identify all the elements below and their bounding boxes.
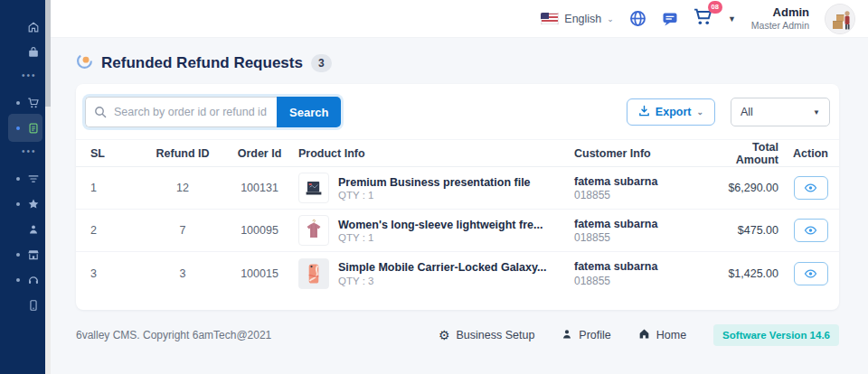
- export-button[interactable]: Export ⌄: [627, 98, 715, 126]
- refund-title-icon: [76, 52, 93, 73]
- product-qty: QTY : 1: [338, 232, 542, 243]
- cell-sl: 3: [76, 267, 145, 280]
- sidebar-item-pos[interactable]: [0, 40, 45, 65]
- sidebar-nav: ••• •••: [0, 0, 45, 318]
- footer-links: ⚙ Business Setup Profile Home Software V…: [439, 324, 839, 346]
- product-thumbnail: [298, 215, 329, 246]
- view-details-button[interactable]: [794, 176, 828, 200]
- product-qty: QTY : 1: [338, 190, 531, 201]
- product-thumbnail: [298, 173, 329, 203]
- footer-link-business-setup[interactable]: ⚙ Business Setup: [439, 329, 534, 341]
- bullet-dot: [16, 126, 20, 130]
- cell-refund-id: 12: [145, 182, 221, 194]
- product-name: Women's long-sleeve lightweight fre...: [338, 218, 542, 232]
- search-group: Search: [85, 97, 341, 127]
- customer-name: fatema subarna: [574, 174, 710, 190]
- globe-icon[interactable]: [629, 10, 646, 27]
- cell-customer-info: fatema subarna 018855: [574, 259, 710, 287]
- customer-phone: 018855: [574, 231, 710, 244]
- cell-order-id: 100095: [221, 224, 298, 237]
- cart-count-badge: 08: [708, 1, 722, 14]
- toolbar-right: Export ⌄ All ▼: [627, 98, 830, 126]
- customers-icon: [27, 223, 40, 239]
- column-header-refund-id: Refund ID: [145, 147, 221, 160]
- refund-requests-card: Search Export ⌄ All ▼ SL Refund ID: [76, 84, 839, 310]
- language-selector[interactable]: English ⌄: [541, 13, 614, 25]
- sidebar-scrollbar[interactable]: [45, 0, 51, 374]
- sidebar-item-dashboard[interactable]: [0, 14, 45, 40]
- refund-table: SL Refund ID Order Id Product Info Custo…: [76, 139, 839, 295]
- briefcase-icon: [27, 46, 40, 62]
- card-toolbar: Search Export ⌄ All ▼: [76, 97, 839, 127]
- page-footer: 6valley CMS. Copyright 6amTech@2021 ⚙ Bu…: [76, 324, 839, 346]
- footer-link-label: Profile: [579, 329, 610, 341]
- sidebar-item-device[interactable]: [0, 293, 45, 318]
- eye-icon: [804, 182, 817, 193]
- view-details-button[interactable]: [794, 219, 828, 242]
- scrollbar-thumb[interactable]: [45, 0, 51, 107]
- sidebar-item-orders[interactable]: [0, 90, 45, 116]
- sidebar-item-product-attributes[interactable]: [0, 166, 45, 192]
- admin-avatar[interactable]: [825, 4, 855, 34]
- column-header-sl: SL: [76, 147, 145, 160]
- sidebar-item-refund-requests[interactable]: [0, 116, 45, 141]
- software-version-badge: Software Version 14.6: [713, 324, 839, 346]
- download-icon: [638, 105, 650, 119]
- column-header-product-info: Product Info: [298, 147, 574, 160]
- cell-action: [782, 176, 839, 200]
- customer-name: fatema subarna: [574, 259, 710, 275]
- filter-icon: [27, 173, 40, 189]
- cell-product-info: Premium Business presentation file QTY :…: [298, 173, 574, 203]
- product-qty: QTY : 3: [338, 276, 546, 286]
- cell-sl: 1: [76, 182, 145, 194]
- cell-refund-id: 7: [145, 224, 221, 237]
- sidebar-separator: •••: [0, 141, 45, 166]
- cart-icon: [27, 97, 40, 113]
- footer-link-home[interactable]: Home: [638, 328, 686, 342]
- gear-icon: ⚙: [439, 329, 450, 341]
- export-label: Export: [656, 106, 692, 118]
- sidebar-item-reviews[interactable]: [0, 192, 45, 217]
- customer-name: fatema subarna: [574, 217, 710, 232]
- column-header-customer-info: Customer Info: [574, 147, 710, 160]
- cell-order-id: 100131: [221, 182, 298, 194]
- sidebar-item-customers[interactable]: [0, 217, 45, 242]
- cell-action: [782, 262, 839, 285]
- cell-action: [782, 219, 839, 242]
- view-details-button[interactable]: [794, 262, 828, 285]
- admin-menu[interactable]: Admin Master Admin: [751, 5, 809, 32]
- messages-icon[interactable]: [662, 11, 678, 27]
- sidebar-separator: •••: [0, 65, 45, 90]
- bullet-dot: [16, 177, 20, 181]
- filter-selected-value: All: [741, 106, 753, 118]
- admin-name: Admin: [751, 5, 809, 20]
- bullet-dot: [16, 202, 20, 206]
- footer-link-label: Business Setup: [456, 329, 534, 341]
- cell-product-info: Women's long-sleeve lightweight fre... Q…: [298, 215, 574, 246]
- status-filter-select[interactable]: All ▼: [731, 98, 830, 126]
- cell-total-amount: $1,425.00: [710, 267, 782, 280]
- search-input[interactable]: [85, 97, 277, 127]
- language-label: English: [564, 13, 601, 25]
- cell-product-info: Simple Mobile Carrier-Locked Galaxy... Q…: [298, 258, 574, 289]
- cart-button[interactable]: 08: [693, 8, 712, 29]
- table-row: 2 7 100095 Women's long-sleeve lightweig…: [76, 210, 839, 252]
- footer-link-profile[interactable]: Profile: [561, 329, 610, 342]
- home-icon: [27, 21, 40, 37]
- copyright-text: 6valley CMS. Copyright 6amTech@2021: [76, 329, 271, 341]
- product-name: Premium Business presentation file: [338, 175, 531, 190]
- dropdown-caret-icon[interactable]: ▼: [728, 14, 736, 23]
- search-icon: [94, 106, 107, 122]
- chevron-down-icon: ⌄: [607, 14, 614, 23]
- search-button[interactable]: Search: [277, 97, 341, 127]
- person-icon: [561, 329, 572, 342]
- sidebar-item-support[interactable]: [0, 267, 45, 293]
- chevron-down-icon: ⌄: [696, 108, 703, 117]
- bullet-dot: [16, 101, 20, 105]
- column-header-total-amount: Total Amount: [710, 141, 782, 166]
- column-header-order-id: Order Id: [221, 147, 298, 160]
- eye-icon: [804, 225, 817, 236]
- sidebar: ••• •••: [0, 0, 45, 374]
- sidebar-item-store[interactable]: [0, 242, 45, 267]
- cell-customer-info: fatema subarna 018855: [574, 174, 710, 202]
